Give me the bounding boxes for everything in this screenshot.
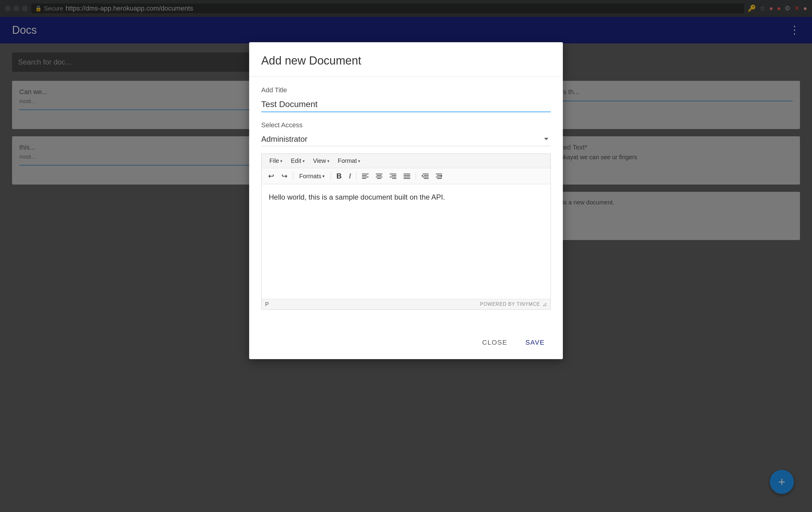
formats-chevron: ▾ <box>322 174 324 179</box>
outdent-icon <box>422 173 429 179</box>
editor-menubar: File ▾ Edit ▾ View ▾ Format ▾ <box>262 154 550 168</box>
align-left-icon <box>362 173 369 179</box>
edit-chevron: ▾ <box>302 159 304 163</box>
align-center-button[interactable] <box>373 171 385 181</box>
file-chevron: ▾ <box>280 159 282 163</box>
svg-rect-18 <box>423 177 429 177</box>
bold-button[interactable]: B <box>333 170 345 182</box>
svg-marker-20 <box>422 175 423 177</box>
redo-button[interactable]: ↪ <box>279 170 290 182</box>
justify-button[interactable] <box>401 171 413 181</box>
svg-rect-2 <box>362 177 369 177</box>
undo-button[interactable]: ↩ <box>265 170 277 182</box>
svg-rect-8 <box>390 174 396 174</box>
access-label: Select Access <box>261 121 551 129</box>
editor-toolbar: ↩ ↪ Formats ▾ B I <box>262 168 550 184</box>
title-input[interactable] <box>261 97 551 112</box>
svg-rect-10 <box>390 177 396 177</box>
format-chevron: ▾ <box>358 159 360 163</box>
indent-button[interactable] <box>433 171 446 181</box>
svg-rect-19 <box>424 178 429 179</box>
svg-rect-21 <box>436 174 442 174</box>
svg-rect-1 <box>362 175 367 176</box>
editor-footer: P POWERED BY TINYMCE ⊿ <box>262 299 550 309</box>
svg-rect-12 <box>404 174 410 174</box>
editor-path: P <box>265 301 269 307</box>
svg-rect-9 <box>392 175 396 176</box>
formats-dropdown[interactable]: Formats ▾ <box>296 171 328 182</box>
justify-icon <box>404 173 410 179</box>
align-right-icon <box>390 173 396 179</box>
toolbar-sep-4 <box>416 173 416 180</box>
svg-rect-11 <box>392 178 396 179</box>
svg-rect-0 <box>362 174 369 174</box>
align-left-button[interactable] <box>359 171 372 181</box>
modal-footer: CLOSE SAVE <box>249 329 563 359</box>
view-chevron: ▾ <box>327 159 329 163</box>
indent-icon <box>436 173 443 179</box>
svg-rect-3 <box>362 178 366 179</box>
svg-rect-7 <box>377 178 381 179</box>
powered-by-label: POWERED BY TINYMCE <box>480 302 540 307</box>
svg-rect-14 <box>404 177 410 177</box>
editor-wrapper: File ▾ Edit ▾ View ▾ Format ▾ <box>261 153 551 310</box>
resize-handle[interactable]: ⊿ <box>542 301 547 307</box>
align-center-icon <box>376 173 382 179</box>
svg-rect-5 <box>377 175 382 176</box>
toolbar-sep-2 <box>330 173 331 180</box>
svg-rect-4 <box>376 174 382 174</box>
svg-rect-13 <box>404 175 410 176</box>
menu-edit[interactable]: Edit ▾ <box>287 156 309 166</box>
svg-rect-24 <box>437 178 442 179</box>
save-button[interactable]: SAVE <box>519 335 551 350</box>
menu-file[interactable]: File ▾ <box>265 156 287 166</box>
align-right-button[interactable] <box>387 171 399 181</box>
svg-rect-23 <box>436 177 442 177</box>
editor-content[interactable]: Hello world, this is a sample document b… <box>262 184 550 299</box>
svg-rect-16 <box>423 174 429 174</box>
menu-view[interactable]: View ▾ <box>309 156 334 166</box>
toolbar-sep-3 <box>356 173 356 180</box>
access-select[interactable]: Administrator View Edit <box>261 132 551 146</box>
title-label: Add Title <box>261 86 551 94</box>
italic-button[interactable]: I <box>346 170 354 182</box>
svg-rect-6 <box>376 177 382 177</box>
menu-format[interactable]: Format ▾ <box>334 156 365 166</box>
modal-body: Add Title Select Access Administrator Vi… <box>249 77 563 329</box>
svg-rect-15 <box>404 178 410 179</box>
close-button[interactable]: CLOSE <box>476 335 513 350</box>
outdent-button[interactable] <box>418 171 432 181</box>
svg-rect-17 <box>424 175 429 176</box>
svg-marker-25 <box>441 175 442 177</box>
add-document-modal: Add new Document Add Title Select Access… <box>249 42 563 359</box>
modal-header: Add new Document <box>249 42 563 77</box>
modal-overlay: Add new Document Add Title Select Access… <box>0 0 812 512</box>
modal-title: Add new Document <box>261 54 551 67</box>
